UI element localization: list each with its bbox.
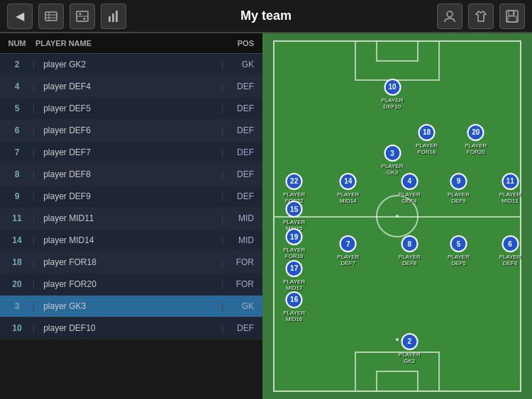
- save-button[interactable]: [499, 4, 525, 29]
- pitch-player-token[interactable]: 6 PLAYERDEF6: [499, 235, 521, 266]
- pitch-player-token[interactable]: 9 PLAYERDEF9: [448, 173, 470, 204]
- profile-icon: [443, 9, 457, 23]
- pitch-player-token[interactable]: 17 PLAYERMID17: [283, 260, 305, 291]
- col-name-header: PLAYER NAME: [30, 39, 226, 47]
- pitch-player-token[interactable]: 11 PLAYERMID11: [499, 173, 521, 204]
- divider: |: [221, 323, 223, 333]
- player-row[interactable]: 20 | player FOR20 | FOR: [0, 274, 262, 296]
- header: ◀ My team: [0, 0, 532, 33]
- squad-icon: [44, 9, 58, 23]
- pitch-player-token[interactable]: 14 PLAYERMID14: [337, 173, 359, 204]
- player-row[interactable]: 8 | player DEF8 | DEF: [0, 164, 262, 186]
- pitch-player-token[interactable]: 8 PLAYERDEF8: [399, 235, 421, 266]
- token-number: 6: [501, 235, 519, 252]
- player-position: DEF: [226, 323, 258, 333]
- player-position: GK: [226, 301, 258, 311]
- tactics-button[interactable]: [70, 4, 95, 29]
- divider: |: [33, 257, 35, 267]
- token-number: 5: [450, 235, 467, 252]
- player-position: DEF: [226, 169, 258, 179]
- pitch-player-token[interactable]: 5 PLAYERDEF5: [448, 235, 470, 266]
- divider: |: [221, 213, 223, 223]
- player-position: FOR: [226, 257, 258, 267]
- save-icon: [505, 9, 519, 23]
- player-name: player GK2: [38, 60, 218, 69]
- divider: |: [221, 125, 223, 135]
- player-row[interactable]: 4 | player DEF4 | DEF: [0, 76, 262, 98]
- player-number: 2: [4, 60, 30, 69]
- divider: |: [221, 103, 223, 113]
- player-row[interactable]: 2 | player GK2 | GK: [0, 54, 262, 76]
- pitch-player-token[interactable]: 15 PLAYERMID15: [283, 201, 305, 232]
- svg-rect-10: [116, 11, 118, 22]
- divider: |: [33, 125, 35, 135]
- pitch-player-token[interactable]: 2 PLAYERGK2: [399, 333, 421, 364]
- player-name: player DEF4: [38, 82, 218, 91]
- token-number: 9: [450, 173, 467, 190]
- player-row[interactable]: 9 | player DEF9 | DEF: [0, 186, 262, 208]
- header-title: My team: [156, 9, 376, 23]
- divider: |: [221, 82, 223, 91]
- divider: |: [33, 191, 35, 201]
- player-name: player MID14: [38, 235, 218, 245]
- pitch-player-token[interactable]: 10 PLAYERDEF10: [382, 79, 404, 110]
- kit-button[interactable]: [468, 4, 494, 29]
- player-number: 10: [4, 323, 30, 333]
- pitch-bottom-goal-area: [376, 371, 419, 390]
- token-label: PLAYERDEF7: [337, 254, 359, 266]
- player-row[interactable]: 5 | player DEF5 | DEF: [0, 98, 262, 120]
- divider: |: [33, 103, 35, 113]
- token-label: PLAYERMID11: [499, 191, 521, 204]
- player-row[interactable]: 3 | player GK3 | GK: [0, 296, 262, 317]
- pitch-player-token[interactable]: 7 PLAYERDEF7: [337, 235, 359, 266]
- player-position: DEF: [226, 125, 258, 135]
- player-row[interactable]: 14 | player MID14 | MID: [0, 230, 262, 252]
- token-number: 19: [286, 228, 303, 245]
- pitch-player-token[interactable]: 22 PLAYERFOR22: [283, 173, 305, 204]
- pitch-player-token[interactable]: 18 PLAYERFOR18: [416, 124, 438, 155]
- player-row[interactable]: 6 | player DEF6 | DEF: [0, 120, 262, 142]
- player-name: player FOR20: [38, 279, 218, 289]
- divider: |: [221, 301, 223, 311]
- tactics-icon: [75, 9, 89, 23]
- svg-rect-8: [109, 16, 111, 22]
- stats-button[interactable]: [101, 4, 126, 29]
- player-position: MID: [226, 213, 258, 223]
- token-number: 10: [384, 79, 401, 96]
- divider: |: [33, 279, 35, 289]
- svg-rect-9: [112, 13, 114, 22]
- pitch-player-token[interactable]: 19 PLAYERFOR19: [283, 228, 305, 259]
- pitch-player-token[interactable]: 20 PLAYERFOR20: [465, 124, 487, 155]
- token-label: PLAYERDEF9: [448, 191, 470, 204]
- divider: |: [33, 213, 35, 223]
- player-number: 8: [4, 169, 30, 179]
- squad-button[interactable]: [38, 4, 64, 29]
- divider: |: [33, 235, 35, 245]
- pitch-bottom-penalty-area: [355, 352, 440, 390]
- pitch-player-token[interactable]: 16 PLAYERMID16: [283, 291, 305, 322]
- pitch-player-token[interactable]: 3 PLAYERGK3: [382, 145, 404, 176]
- token-label: PLAYERDEF10: [382, 97, 404, 110]
- divider: |: [221, 257, 223, 267]
- back-button[interactable]: ◀: [7, 4, 33, 29]
- token-label: PLAYERDEF5: [448, 254, 470, 266]
- player-number: 6: [4, 125, 30, 135]
- player-row[interactable]: 11 | player MID11 | MID: [0, 208, 262, 230]
- divider: |: [221, 235, 223, 245]
- player-row[interactable]: 7 | player DEF7 | DEF: [0, 142, 262, 164]
- token-label: PLAYERMID17: [283, 279, 305, 291]
- player-row[interactable]: 10 | player DEF10 | DEF: [0, 317, 262, 339]
- pitch-player-token[interactable]: 4 PLAYERDEF4: [399, 173, 421, 204]
- player-row[interactable]: 18 | player FOR18 | FOR: [0, 252, 262, 274]
- svg-point-11: [447, 11, 453, 17]
- player-list: NUM PLAYER NAME POS 2 | player GK2 | GK …: [0, 33, 262, 399]
- player-number: 14: [4, 235, 30, 245]
- divider: |: [33, 147, 35, 157]
- stats-icon: [106, 9, 121, 23]
- player-name: player DEF5: [38, 103, 218, 113]
- token-label: PLAYERMID14: [337, 191, 359, 204]
- profile-button[interactable]: [437, 4, 462, 29]
- pitch-center-dot: [396, 215, 399, 218]
- token-number: 22: [286, 173, 303, 190]
- player-number: 7: [4, 147, 30, 157]
